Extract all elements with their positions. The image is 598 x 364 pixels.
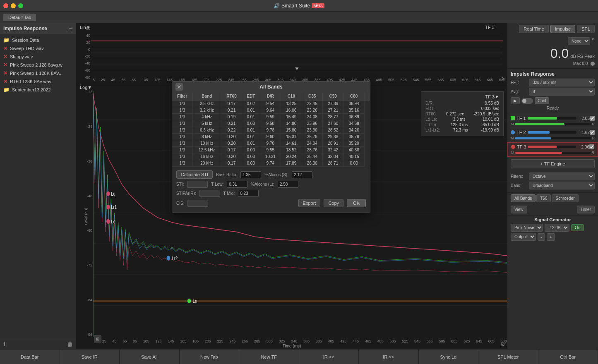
spl-button[interactable]: SPL — [577, 25, 595, 33]
play-button[interactable]: ▶ — [511, 97, 520, 104]
save-ir-button[interactable]: Save IR — [60, 350, 120, 364]
export-button[interactable]: Export — [298, 199, 321, 207]
title-bar: 🔊 Smaart Suite BETA — [0, 0, 598, 12]
table-cell: 29.38 — [322, 134, 343, 140]
sidebar-item-sweep-thd[interactable]: ✕ Sweep THD.wav — [0, 44, 76, 53]
resize-icon[interactable]: ⤡ — [501, 75, 505, 81]
table-cell: 10.21 — [260, 153, 281, 160]
band-row: Band: Broadband — [511, 182, 595, 189]
info-icon[interactable]: ℹ — [3, 341, 5, 347]
table-cell: 0.01 — [242, 127, 260, 134]
table-cell: 5 kHz — [192, 120, 221, 127]
band-select[interactable]: Broadband — [529, 182, 595, 189]
table-row: 1/320 kHz0.170.009.7417.8926.3028.710.00 — [172, 160, 370, 167]
tf-engine-button[interactable]: + TF Engine — [511, 159, 595, 168]
sig-gen-db-select[interactable]: -12 dB — [545, 224, 569, 232]
table-row: 1/312.5 kHz0.170.009.5518.5228.7632.4240… — [172, 147, 370, 153]
alcons-l-input[interactable] — [278, 181, 298, 188]
new-tab-button[interactable]: New Tab — [180, 350, 240, 364]
x-icon: ✕ — [3, 79, 7, 84]
tf3-meter-fill — [528, 146, 557, 148]
bottom-chart-x-axis: 5254565851051251451651852052252452652853… — [94, 339, 507, 343]
table-cell: 1/3 — [172, 127, 192, 134]
table-cell: 14.61 — [281, 140, 302, 147]
table-row: 1/316 kHz0.200.0010.2120.2428.4432.0440.… — [172, 153, 370, 160]
sig-gen-on-button[interactable]: On — [571, 224, 584, 231]
tf3-value: 2.06 — [578, 145, 589, 149]
window-controls[interactable] — [3, 3, 23, 8]
cont-button[interactable]: Cont — [535, 97, 549, 104]
all-bands-modal[interactable]: ✕ All Bands Filter Band RT60 EDT D/R C10… — [172, 81, 370, 213]
t60-button[interactable]: T60 — [536, 194, 551, 202]
ir-avg-row: Avg: 8 — [511, 88, 595, 96]
data-bar-button[interactable]: Data Bar — [0, 350, 60, 364]
impulse-button[interactable]: Impulse — [550, 25, 576, 33]
cis-input[interactable] — [187, 200, 208, 207]
sig-gen-output-select[interactable]: Output — [511, 233, 536, 241]
menu-icon[interactable]: ☰ — [69, 26, 73, 31]
fft-select[interactable]: 32k / 682 ms — [529, 79, 595, 86]
close-button[interactable] — [3, 3, 8, 8]
sidebar-item-pink2[interactable]: ✕ Pink Sweep 2 128 8avg.w — [0, 61, 76, 69]
sidebar-title: Impulse Response — [3, 26, 47, 31]
bass-ratio-input[interactable] — [240, 171, 261, 178]
sidebar-item-sept[interactable]: 📁 September13.2022 — [0, 86, 76, 94]
maximize-button[interactable] — [18, 3, 23, 8]
default-tab[interactable]: Default Tab — [3, 14, 36, 21]
ctrl-bar-button[interactable]: Ctrl Bar — [538, 350, 598, 364]
filters-select[interactable]: Octave — [529, 172, 595, 180]
right-panel: Real Time Impulse SPL None ▼ 0.0 dB FS P… — [507, 23, 598, 349]
view-button[interactable]: View — [511, 206, 527, 213]
sti-input[interactable] — [187, 181, 208, 188]
table-cell: 1/3 — [172, 101, 192, 107]
ir-forward-button[interactable]: IR >> — [359, 350, 419, 364]
minimize-button[interactable] — [11, 3, 16, 8]
save-all-button[interactable]: Save All — [120, 350, 180, 364]
calculate-sti-button[interactable]: Calculate STI — [176, 170, 213, 179]
ok-button[interactable]: OK — [347, 199, 366, 207]
tf3-checkbox[interactable] — [589, 144, 594, 149]
svg-point-23 — [166, 256, 170, 261]
meter-select[interactable]: None — [568, 37, 590, 45]
sidebar-item-slappy[interactable]: ✕ Slappy.wav — [0, 53, 76, 61]
spl-meter-button[interactable]: SPL Meter — [478, 350, 538, 364]
ir-back-button[interactable]: IR << — [299, 350, 359, 364]
copy-button[interactable]: Copy — [324, 199, 343, 207]
real-time-button[interactable]: Real Time — [519, 25, 549, 33]
fft-label: FFT: — [511, 80, 527, 85]
avg-select[interactable]: 8 — [529, 88, 595, 96]
table-cell: 9.70 — [260, 140, 281, 147]
t-mid-input[interactable] — [238, 190, 259, 197]
tf2-checkbox[interactable] — [590, 130, 595, 135]
ir-section-title: Impulse Response — [511, 71, 595, 77]
sync-ld-button[interactable]: Sync Ld — [419, 350, 479, 364]
svg-text:Le: Le — [111, 219, 115, 225]
all-bands-button[interactable]: All Bands — [511, 194, 536, 202]
new-tf-button[interactable]: New TF — [239, 350, 299, 364]
settings-icon[interactable]: ⚙ — [500, 341, 505, 347]
t-low-input[interactable] — [227, 181, 247, 188]
timer-button[interactable]: Timer — [577, 206, 595, 213]
modal-table-scroll[interactable]: Filter Band RT60 EDT D/R C10 C35 C50 C80… — [172, 92, 370, 167]
svg-text:Ln: Ln — [193, 298, 197, 304]
modal-header: ✕ All Bands — [172, 81, 370, 92]
sig-gen-minus-button[interactable]: - — [538, 233, 545, 241]
expand-chart-button[interactable]: ⊞ — [94, 335, 101, 342]
table-row: 1/38 kHz0.200.019.6015.3125.7929.3835.76 — [172, 134, 370, 140]
table-cell: 32.42 — [322, 147, 343, 153]
sidebar-item-session[interactable]: 📁 Session Data — [0, 36, 76, 44]
top-chart-y-axis: 8040200-20-40-60-80 — [77, 23, 91, 83]
sig-gen-plus-button[interactable]: + — [547, 233, 555, 241]
alcons-s-input[interactable] — [292, 171, 312, 178]
table-cell: 17.89 — [281, 160, 302, 167]
stipa-ir-input[interactable] — [199, 190, 220, 197]
tf1-meter-fill — [528, 117, 557, 120]
sidebar-item-pink1[interactable]: ✕ Pink Sweep 1 128K 8AV... — [0, 69, 76, 77]
sidebar-item-rt60[interactable]: ✕ RT60 128K 8AV.wav — [0, 77, 76, 86]
toggle-knob[interactable] — [521, 98, 533, 104]
schroeder-button[interactable]: Schroeder — [552, 194, 578, 202]
trash-icon[interactable]: 🗑 — [67, 341, 73, 347]
tf1-checkbox[interactable] — [590, 116, 595, 121]
sig-gen-type-select[interactable]: Pink Noise — [511, 224, 543, 232]
modal-close-button[interactable]: ✕ — [175, 83, 183, 91]
